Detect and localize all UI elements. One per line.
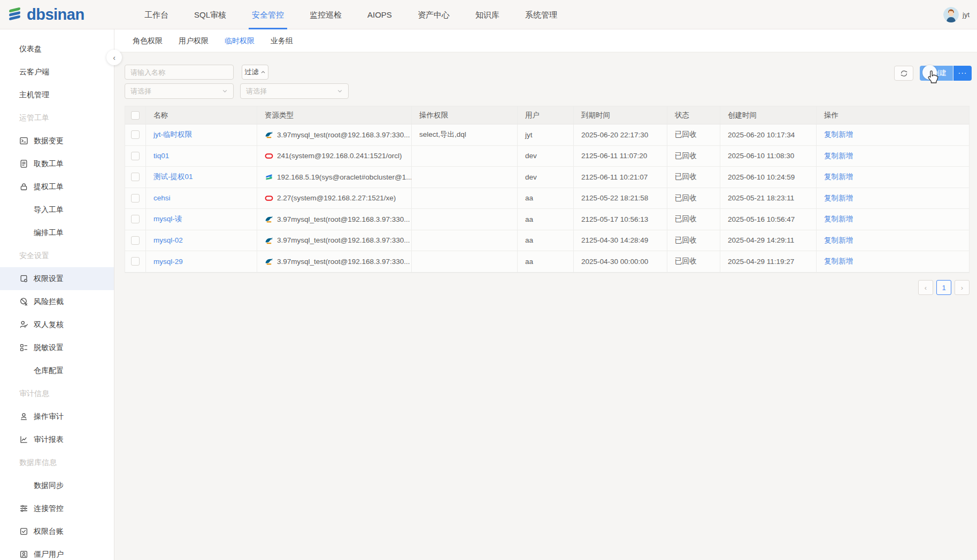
cell-status: 已回收 [667, 125, 720, 145]
copy-create-link[interactable]: 复制新增 [824, 193, 853, 203]
row-checkbox[interactable] [131, 215, 140, 223]
permission-name-link[interactable]: cehsi [153, 194, 171, 202]
name-search-input[interactable] [125, 65, 234, 80]
top-nav-item-knowledge-base[interactable]: 知识库 [463, 0, 512, 29]
row-checkbox[interactable] [131, 257, 140, 266]
create-button[interactable]: + 创建 [920, 66, 953, 81]
filter-select-1[interactable]: 请选择 [125, 83, 234, 99]
filter-toggle-button[interactable]: 过滤 [242, 65, 268, 80]
select-all-checkbox[interactable] [131, 111, 140, 120]
permission-name-link[interactable]: 测试-提权01 [153, 172, 193, 182]
sidebar-item-repo-config[interactable]: 仓库配置 [0, 359, 114, 382]
sidebar-item-import-order[interactable]: 导入工单 [0, 198, 114, 221]
top-nav-item-monitor-inspect[interactable]: 监控巡检 [297, 0, 355, 29]
sidebar-item-cloud-client[interactable]: 云客户端 [0, 60, 114, 83]
copy-create-link[interactable]: 复制新增 [824, 130, 853, 139]
refresh-button[interactable] [894, 66, 913, 81]
tab-user-perm[interactable]: 用户权限 [171, 29, 217, 52]
cell-create-time: 2025-04-29 11:19:27 [720, 251, 817, 272]
pagination-next-button[interactable]: › [955, 280, 970, 295]
row-checkbox-cell [125, 209, 146, 230]
permission-name-link[interactable]: tiq01 [153, 152, 169, 160]
cell-perms [412, 167, 518, 188]
row-checkbox[interactable] [131, 236, 140, 245]
copy-create-link[interactable]: 复制新增 [824, 256, 853, 266]
sidebar-item-label: 审计报表 [34, 435, 64, 445]
tab-role-perm[interactable]: 角色权限 [125, 29, 171, 52]
oracle-db-icon [265, 152, 273, 160]
cell-create-time: 2025-06-20 10:17:34 [720, 125, 817, 145]
header-user-area[interactable]: jyt [943, 7, 970, 22]
top-nav-item-workbench[interactable]: 工作台 [132, 0, 181, 29]
tab-temp-perm[interactable]: 临时权限 [217, 29, 263, 52]
sidebar-item-audit-report[interactable]: 审计报表 [0, 428, 114, 451]
row-checkbox[interactable] [131, 152, 140, 160]
tab-business-group[interactable]: 业务组 [263, 29, 301, 52]
cell-name: mysql-读 [146, 209, 257, 230]
row-checkbox-cell [125, 188, 146, 209]
cell-create-time: 2025-05-16 10:56:47 [720, 209, 817, 230]
sidebar-item-permission-settings[interactable]: 权限设置 [0, 267, 114, 290]
filter-select-2[interactable]: 请选择 [240, 83, 349, 99]
table-row: mysql-读3.97mysql_test(root@192.168.3.97:… [125, 209, 969, 230]
top-nav-item-security-control[interactable]: 安全管控 [239, 0, 297, 29]
top-nav-item-sql-audit[interactable]: SQL审核 [181, 0, 239, 29]
permission-name-link[interactable]: mysql-29 [153, 258, 183, 266]
row-checkbox[interactable] [131, 173, 140, 181]
top-nav-item-aiops[interactable]: AIOPS [355, 0, 405, 29]
cell-resource: 3.97mysql_test(root@192.168.3.97:330... [257, 209, 412, 230]
sidebar-item-orchestration-order[interactable]: 编排工单 [0, 221, 114, 244]
copy-create-link[interactable]: 复制新增 [824, 172, 853, 182]
sidebar: 仪表盘云客户端主机管理运管工单数据变更取数工单提权工单导入工单编排工单安全设置权… [0, 29, 114, 560]
create-more-button[interactable]: ··· [953, 66, 972, 81]
sidebar-item-operation-audit[interactable]: 操作审计 [0, 405, 114, 428]
sidebar-item-privilege-order[interactable]: 提权工单 [0, 175, 114, 198]
sidebar-item-dashboard[interactable]: 仪表盘 [0, 37, 114, 60]
sidebar-item-dual-review[interactable]: 双人复核 [0, 313, 114, 336]
cell-name: jyt-临时权限 [146, 125, 257, 145]
connection-control-icon [19, 504, 28, 513]
sidebar-item-data-change[interactable]: 数据变更 [0, 129, 114, 152]
table-header-col-6: 创建时间 [720, 106, 817, 124]
main-content: 过滤 请选择 请选择 + 创建 ··· 名称资源类型操作权限用户到期时间状态创 [114, 52, 977, 560]
sidebar-item-permission-ledger[interactable]: 权限台账 [0, 520, 114, 543]
row-checkbox-cell [125, 251, 146, 272]
sidebar-item-data-fetch-order[interactable]: 取数工单 [0, 152, 114, 175]
table-row: cehsi2.27(system@192.168.2.27:1521/xe)aa… [125, 188, 969, 209]
top-nav-item-asset-center[interactable]: 资产中心 [405, 0, 463, 29]
permission-name-link[interactable]: jyt-临时权限 [153, 130, 192, 139]
top-nav-item-system-mgmt[interactable]: 系统管理 [512, 0, 570, 29]
zombie-users-icon [19, 550, 28, 559]
sidebar-collapse-handle[interactable]: ‹ [106, 50, 122, 65]
data-change-icon [19, 136, 28, 145]
pagination-page-1[interactable]: 1 [936, 280, 951, 295]
sidebar-item-host-mgmt[interactable]: 主机管理 [0, 83, 114, 106]
cell-actions: 复制新增 [817, 167, 970, 188]
sidebar-item-connection-control[interactable]: 连接管控 [0, 497, 114, 520]
copy-create-link[interactable]: 复制新增 [824, 236, 853, 245]
permission-name-link[interactable]: mysql-02 [153, 236, 183, 244]
cell-status: 已回收 [667, 167, 720, 188]
sidebar-item-label: 权限台账 [34, 527, 64, 536]
cell-status: 已回收 [667, 209, 720, 230]
cell-resource: 2.27(system@192.168.2.27:1521/xe) [257, 188, 412, 209]
sidebar-item-label: 脱敏设置 [34, 343, 64, 353]
cell-user: aa [518, 209, 574, 230]
sidebar-item-risk-block[interactable]: 风险拦截 [0, 290, 114, 313]
sidebar-item-label: 数据变更 [34, 136, 64, 146]
chevron-down-icon [222, 88, 228, 94]
permission-name-link[interactable]: mysql-读 [153, 214, 182, 224]
copy-create-link[interactable]: 复制新增 [824, 214, 853, 224]
copy-create-link[interactable]: 复制新增 [824, 151, 853, 161]
pagination-prev-button[interactable]: ‹ [918, 280, 933, 295]
sidebar-item-label: 编排工单 [34, 228, 64, 238]
cell-actions: 复制新增 [817, 125, 970, 145]
sidebar-item-data-sync[interactable]: 数据同步 [0, 474, 114, 497]
cell-name: 测试-提权01 [146, 167, 257, 188]
sidebar-item-zombie-users[interactable]: 僵尸用户 [0, 543, 114, 560]
row-checkbox[interactable] [131, 194, 140, 203]
user-avatar[interactable] [943, 7, 959, 22]
row-checkbox[interactable] [131, 130, 140, 139]
masking-settings-icon [19, 343, 28, 352]
sidebar-item-masking-settings[interactable]: 脱敏设置 [0, 336, 114, 359]
